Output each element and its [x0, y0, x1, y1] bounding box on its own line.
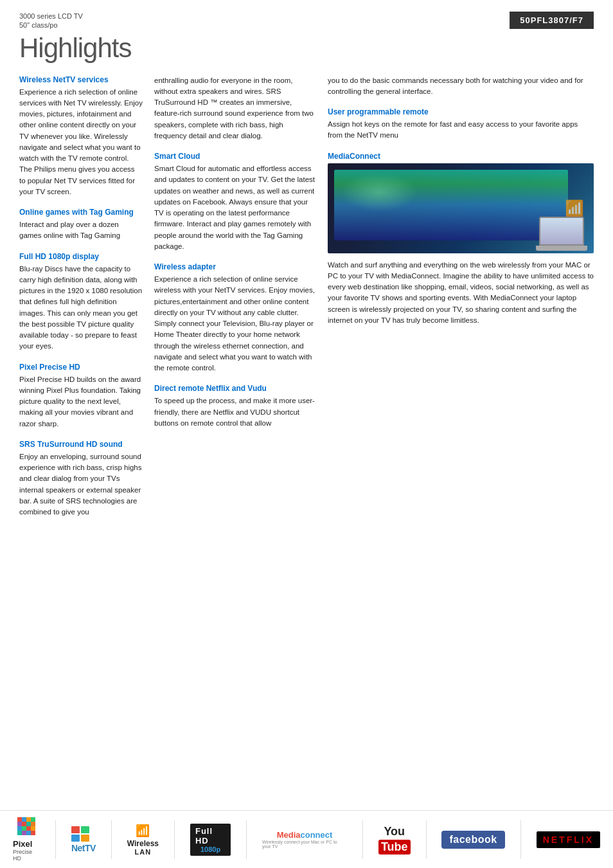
youtube-tube-text: Tube — [378, 840, 411, 854]
wireless-text-label: Wireless — [127, 839, 159, 848]
lan-text-label: LAN — [135, 848, 152, 856]
nettv-cell-green — [81, 826, 89, 833]
col-right: you to do the basic commands necessary b… — [328, 75, 594, 529]
section-pixel-precise: Pixel Precise HD Pixel Precise HD builds… — [19, 363, 143, 429]
full-hd-body: Blu-ray Discs have the capacity to carry… — [19, 264, 143, 352]
nettv-text: NetTV — [71, 843, 96, 853]
srs-title: SRS TruSurround HD sound — [19, 440, 143, 449]
fullhd-badge: Full HD 1080p — [190, 824, 231, 856]
section-srs: SRS TruSurround HD sound Enjoy an envelo… — [19, 440, 143, 518]
wireless-text-group: Wireless LAN — [127, 839, 159, 856]
section-full-hd: Full HD 1080p display Blu-ray Discs have… — [19, 252, 143, 352]
page: 3000 series LCD TV 50" class/po Highligh… — [0, 0, 613, 868]
header-left: 3000 series LCD TV 50" class/po Highligh… — [19, 12, 131, 64]
divider-5 — [362, 820, 363, 859]
pixel-icon — [17, 817, 35, 835]
youtube-logo: You Tube — [378, 825, 411, 854]
user-programmable-body: Assign hot keys on the remote for fast a… — [328, 119, 594, 141]
section-online-games: Online games with Tag Gaming Interact an… — [19, 208, 143, 242]
facebook-logo: facebook — [441, 831, 504, 849]
pixel-sub-text: Precise HD — [13, 849, 40, 862]
enthralling-body: enthralling audio for everyone in the ro… — [154, 75, 316, 142]
divider-1 — [55, 820, 56, 859]
pixel-precise-body: Pixel Precise HD builds on the award win… — [19, 374, 143, 429]
section-mediaconnect: MediaConnect 📶 Watch and surf anything a… — [328, 152, 594, 327]
netflix-logo: NETFLIX — [537, 831, 600, 848]
divider-3 — [174, 820, 175, 859]
nettv-windows-icon — [71, 826, 89, 842]
section-direct-remote: Direct remote Netflix and Vudu To speed … — [154, 384, 316, 429]
pixel-text-group: Pixel Precise HD — [13, 839, 40, 862]
netflix-badge: NETFLIX — [537, 831, 600, 848]
mediaconnect-connect: connect — [301, 830, 333, 840]
mediaconnect-logo: Mediaconnect Wirelessly connect your Mac… — [262, 830, 347, 849]
mediaconnect-image: 📶 — [328, 163, 594, 253]
youtube-you-text: You — [384, 825, 405, 838]
section-wireless-nettv: Wireless NetTV services Experience a ric… — [19, 75, 143, 198]
mediaconnect-logo-text: Mediaconnect — [277, 830, 333, 840]
nettv-tv: TV — [85, 843, 96, 853]
mediaconnect-heading: MediaConnect — [328, 152, 594, 161]
wireless-lan-logo: 📶 Wireless LAN — [127, 824, 159, 856]
wireless-adapter-body: Experience a rich selection of online se… — [154, 274, 316, 374]
mediaconnect-body: Watch and surf anything and everything o… — [328, 260, 594, 327]
fullhd-bottom-text: 1080p — [200, 845, 220, 853]
wireless-adapter-title: Wireless adapter — [154, 262, 316, 271]
online-games-title: Online games with Tag Gaming — [19, 208, 143, 217]
fullhd-top-text: Full HD — [195, 826, 226, 845]
series-title: 3000 series LCD TV — [19, 12, 131, 21]
smart-cloud-title: Smart Cloud — [154, 152, 316, 161]
col-left: Wireless NetTV services Experience a ric… — [19, 75, 154, 529]
divider-4 — [246, 820, 247, 859]
srs-body: Enjoy an enveloping, surround sound expe… — [19, 451, 143, 518]
basic-commands-body: you to do the basic commands necessary b… — [328, 75, 594, 98]
class-title: 50" class/po — [19, 21, 131, 30]
section-user-programmable: User programmable remote Assign hot keys… — [328, 107, 594, 141]
page-title: Highlights — [19, 33, 131, 64]
divider-7 — [520, 820, 521, 859]
nettv-net: Net — [71, 843, 85, 853]
wireless-nettv-title: Wireless NetTV services — [19, 75, 143, 84]
pixel-precise-title: Pixel Precise HD — [19, 363, 143, 372]
header: 3000 series LCD TV 50" class/po Highligh… — [0, 0, 613, 64]
main-content: Wireless NetTV services Experience a ric… — [0, 64, 613, 529]
model-badge: 50PFL3807/F7 — [510, 12, 594, 29]
facebook-badge: facebook — [441, 831, 504, 849]
online-games-body: Interact and play over a dozen games onl… — [19, 219, 143, 242]
col-middle: enthralling audio for everyone in the ro… — [154, 75, 328, 529]
smart-cloud-body: Smart Cloud for automatic and effortless… — [154, 163, 316, 252]
divider-2 — [111, 820, 112, 859]
mediaconnect-m: Media — [277, 830, 301, 840]
full-hd-title: Full HD 1080p display — [19, 252, 143, 261]
wireless-nettv-body: Experience a rich selection of online se… — [19, 87, 143, 198]
section-enthralling: enthralling audio for everyone in the ro… — [154, 75, 316, 142]
nettv-cell-yellow — [81, 835, 89, 842]
user-programmable-title: User programmable remote — [328, 107, 594, 116]
nettv-cell-red — [71, 826, 80, 833]
direct-remote-title: Direct remote Netflix and Vudu — [154, 384, 316, 393]
fullhd-logo: Full HD 1080p — [190, 824, 231, 856]
laptop-icon — [536, 215, 594, 253]
nettv-logo: NetTV — [71, 826, 96, 853]
section-smart-cloud: Smart Cloud Smart Cloud for automatic an… — [154, 152, 316, 252]
laptop-base — [536, 246, 587, 251]
logos-bar: Pixel Precise HD NetTV 📶 Wirele — [0, 810, 613, 868]
section-basic-commands: you to do the basic commands necessary b… — [328, 75, 594, 98]
divider-6 — [426, 820, 427, 859]
section-wireless-adapter: Wireless adapter Experience a rich selec… — [154, 262, 316, 374]
wireless-waves-icon: 📶 — [136, 824, 150, 838]
laptop-screen — [539, 217, 584, 246]
pixel-precise-logo: Pixel Precise HD — [13, 817, 40, 862]
pixel-main-text: Pixel — [13, 839, 40, 849]
direct-remote-body: To speed up the process, and make it mor… — [154, 395, 316, 429]
wireless-waves: 📶 — [136, 824, 150, 838]
nettv-cell-blue — [71, 835, 80, 842]
mediaconnect-sub-text: Wirelessly connect your Mac or PC to you… — [262, 840, 347, 849]
